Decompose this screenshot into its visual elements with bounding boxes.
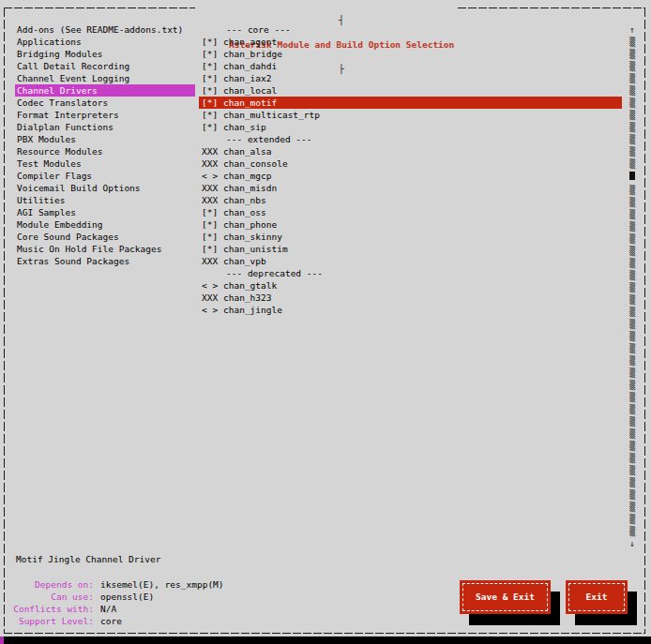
module-section-header: --- core --- xyxy=(199,23,622,36)
scrollbar-track-cell: ▒ xyxy=(627,72,638,84)
module-detail-fields: Depends on:iksemel(E), res_xmpp(M)Can us… xyxy=(11,578,224,627)
scrollbar-track-cell: ▒ xyxy=(627,232,638,245)
module-status: < > xyxy=(202,304,223,316)
module-row[interactable]: XXXchan_vpb xyxy=(199,255,622,267)
category-item[interactable]: Extras Sound Packages xyxy=(15,255,195,267)
exit-button[interactable]: Exit xyxy=(566,580,628,614)
category-item[interactable]: Resource Modules xyxy=(15,145,195,157)
category-item[interactable]: Core Sound Packages xyxy=(15,231,195,243)
module-name: chan_skinny xyxy=(223,232,282,242)
module-name: chan_h323 xyxy=(223,292,271,303)
module-row[interactable]: XXXchan_misdn xyxy=(199,182,622,194)
scrollbar-track-cell: ▒ xyxy=(627,36,638,48)
category-item[interactable]: Add-ons (See README-addons.txt) xyxy=(15,23,195,36)
category-item[interactable]: AGI Samples xyxy=(15,206,195,218)
module-row[interactable]: < >chan_jingle xyxy=(199,304,622,316)
scrollbar-track-cell: ▒ xyxy=(627,48,638,60)
module-list: --- core ---[*]chan_agent[*]chan_bridge[… xyxy=(199,23,622,316)
module-row[interactable]: [*]chan_unistim xyxy=(199,243,622,255)
scrollbar-thumb[interactable] xyxy=(627,172,638,184)
module-name: chan_misdn xyxy=(223,183,277,193)
module-row[interactable]: XXXchan_alsa xyxy=(199,145,622,157)
window-border-left xyxy=(4,7,5,634)
module-row[interactable]: [*]chan_skinny xyxy=(199,231,622,243)
module-row[interactable]: [*]chan_local xyxy=(199,84,622,97)
category-item[interactable]: Applications xyxy=(15,36,195,48)
scrollbar-track-cell: ▒ xyxy=(627,367,638,379)
module-name: chan_iax2 xyxy=(223,73,271,83)
module-row[interactable]: [*]chan_motif xyxy=(199,97,622,109)
module-row[interactable]: [*]chan_phone xyxy=(199,218,622,231)
scrollbar-track-cell: ▒ xyxy=(627,403,638,415)
module-row[interactable]: [*]chan_bridge xyxy=(199,48,622,60)
module-status: [*] xyxy=(202,36,223,48)
module-row[interactable]: XXXchan_h323 xyxy=(199,292,622,304)
module-status: [*] xyxy=(202,84,223,97)
scrollbar-track-cell: ▒ xyxy=(627,427,638,440)
module-status: XXX xyxy=(202,182,223,194)
scrollbar-track-cell: ▒ xyxy=(627,354,638,367)
module-name: chan_vpb xyxy=(223,256,266,266)
module-name: chan_gtalk xyxy=(223,280,277,291)
scrollbar-track-cell: ▒ xyxy=(627,269,638,281)
category-item[interactable]: Dialplan Functions xyxy=(15,121,195,133)
category-item[interactable]: Codec Translators xyxy=(15,97,195,109)
scrollbar-track-cell: ▒ xyxy=(627,342,638,354)
category-item[interactable]: Utilities xyxy=(15,194,195,206)
detail-field-value: N/A xyxy=(100,604,116,614)
scrollbar-track-cell: ▒ xyxy=(627,379,638,391)
module-row[interactable]: < >chan_mgcp xyxy=(199,170,622,182)
module-name: chan_phone xyxy=(223,219,277,230)
module-row[interactable]: [*]chan_sip xyxy=(199,121,622,133)
module-row[interactable]: XXXchan_console xyxy=(199,157,622,170)
module-row[interactable]: XXXchan_nbs xyxy=(199,194,622,206)
scrollbar-track-cell: ▒ xyxy=(627,220,638,232)
module-row[interactable]: [*]chan_iax2 xyxy=(199,72,622,84)
category-item[interactable]: Compiler Flags xyxy=(15,170,195,182)
category-item[interactable]: Module Embedding xyxy=(15,218,195,231)
module-name: chan_agent xyxy=(223,37,277,47)
module-name: chan_oss xyxy=(223,207,266,217)
category-item[interactable]: Music On Hold File Packages xyxy=(15,243,195,255)
module-status: < > xyxy=(202,170,223,182)
module-row[interactable]: [*]chan_dahdi xyxy=(199,60,622,72)
scrollbar-track-cell: ▒ xyxy=(627,440,638,452)
module-status: [*] xyxy=(202,48,223,60)
category-item[interactable]: Test Modules xyxy=(15,157,195,170)
desktop-bottom-strip xyxy=(0,637,651,644)
scrollbar-track-cell: ▒ xyxy=(627,84,638,97)
category-item[interactable]: Voicemail Build Options xyxy=(15,182,195,194)
module-name: chan_dahdi xyxy=(223,61,277,71)
detail-field-row: Depends on:iksemel(E), res_xmpp(M) xyxy=(11,578,224,591)
detail-field-value: iksemel(E), res_xmpp(M) xyxy=(100,579,224,590)
category-item[interactable]: Bridging Modules xyxy=(15,48,195,60)
module-row[interactable]: [*]chan_multicast_rtp xyxy=(199,109,622,121)
category-item[interactable]: Format Interpreters xyxy=(15,109,195,121)
module-name: chan_unistim xyxy=(223,244,288,254)
save-exit-button[interactable]: Save & Exit xyxy=(460,580,551,614)
scroll-up-arrow-icon[interactable]: ↑ xyxy=(627,23,638,36)
module-row[interactable]: [*]chan_agent xyxy=(199,36,622,48)
module-section-header: --- extended --- xyxy=(199,133,622,145)
detail-field-row: Conflicts with:N/A xyxy=(11,603,224,615)
scroll-down-arrow-icon[interactable]: ↓ xyxy=(627,537,638,549)
category-list: Add-ons (See README-addons.txt)Applicati… xyxy=(15,23,195,267)
module-name: chan_jingle xyxy=(223,305,282,315)
detail-field-value: core xyxy=(100,616,122,626)
scrollbar-track-cell: ▒ xyxy=(627,464,638,476)
category-item[interactable]: PBX Modules xyxy=(15,133,195,145)
module-description: Motif Jingle Channel Driver xyxy=(16,553,160,565)
category-item[interactable]: Call Detail Recording xyxy=(15,60,195,72)
category-item[interactable]: Channel Drivers xyxy=(15,84,195,97)
scrollbar-track-cell: ▒ xyxy=(627,281,638,293)
category-item[interactable]: Channel Event Logging xyxy=(15,72,195,84)
module-row[interactable]: [*]chan_oss xyxy=(199,206,622,218)
scrollbar-track-cell: ▒ xyxy=(627,501,638,513)
module-status: [*] xyxy=(202,231,223,243)
module-row[interactable]: < >chan_gtalk xyxy=(199,279,622,292)
scrollbar-track-cell: ▒ xyxy=(627,488,638,501)
module-status: [*] xyxy=(202,121,223,133)
scrollbar: ↑▒▒▒▒▒▒▒▒▒▒▒▒▒▒▒▒▒▒▒▒▒▒▒▒▒▒▒▒▒▒▒▒▒▒▒▒▒▒▒… xyxy=(627,23,638,549)
scrollbar-track-cell: ▒ xyxy=(627,97,638,109)
module-status: XXX xyxy=(202,145,223,157)
